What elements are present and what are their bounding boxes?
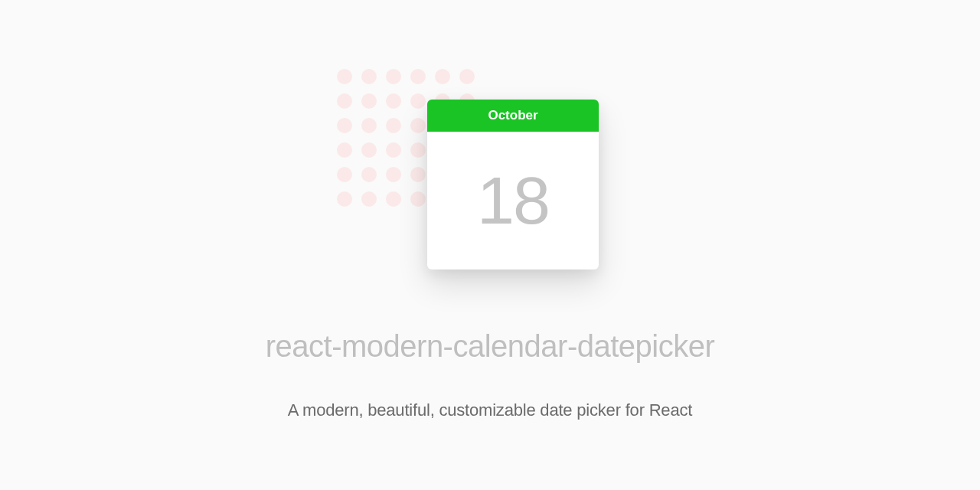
calendar-day-number: 18 [477, 162, 549, 240]
decorative-dot [361, 167, 377, 182]
decorative-dot [386, 191, 401, 207]
decorative-dot [337, 118, 352, 133]
hero-illustration: October 18 [337, 69, 643, 283]
decorative-dot [337, 191, 352, 207]
decorative-dot [337, 142, 352, 158]
decorative-dot [361, 118, 377, 133]
decorative-dot [435, 69, 450, 84]
page-title: react-modern-calendar-datepicker [266, 329, 715, 364]
decorative-dot [410, 69, 426, 84]
decorative-dot [386, 142, 401, 158]
calendar-month-header: October [427, 100, 599, 132]
decorative-dot [410, 167, 426, 182]
decorative-dot [337, 69, 352, 84]
calendar-body: 18 [427, 132, 599, 270]
decorative-dot [361, 191, 377, 207]
decorative-dot [361, 93, 377, 109]
decorative-dot [459, 69, 475, 84]
decorative-dot [410, 142, 426, 158]
decorative-dot [386, 118, 401, 133]
decorative-dot [410, 93, 426, 109]
decorative-dot [386, 93, 401, 109]
decorative-dot [361, 69, 377, 84]
decorative-dot [386, 69, 401, 84]
decorative-dot [410, 191, 426, 207]
calendar-month-label: October [488, 108, 537, 123]
calendar-card: October 18 [427, 100, 599, 270]
decorative-dot [361, 142, 377, 158]
page-subtitle: A modern, beautiful, customizable date p… [288, 400, 692, 420]
decorative-dot [386, 167, 401, 182]
decorative-dot [337, 93, 352, 109]
decorative-dot [410, 118, 426, 133]
decorative-dot [337, 167, 352, 182]
